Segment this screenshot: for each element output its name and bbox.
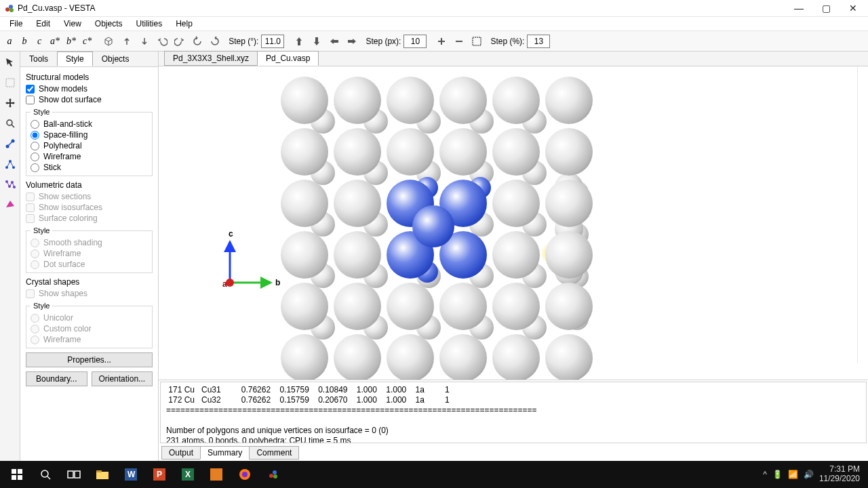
- view-b-button[interactable]: b: [18, 34, 31, 49]
- vol-dot-surface: Dot surface: [31, 259, 148, 270]
- style-wireframe[interactable]: Wireframe: [31, 151, 148, 162]
- show-models-checkbox[interactable]: Show models: [26, 83, 153, 94]
- translate-right-icon[interactable]: [344, 33, 360, 49]
- vesta-taskbar-icon[interactable]: [259, 461, 288, 488]
- bond-tool-icon[interactable]: [2, 136, 18, 152]
- menu-objects[interactable]: Objects: [88, 18, 130, 30]
- output-tab-summary[interactable]: Summary: [200, 446, 250, 460]
- firefox-taskbar-icon[interactable]: [231, 461, 259, 488]
- maximize-button[interactable]: ▢: [812, 0, 840, 16]
- menu-help[interactable]: Help: [169, 18, 199, 30]
- app-icon: [4, 3, 15, 14]
- menu-utilities[interactable]: Utilities: [130, 18, 170, 30]
- translate-up-icon[interactable]: [291, 33, 307, 49]
- sidebar-tab-tools[interactable]: Tools: [20, 52, 57, 66]
- orientation-button[interactable]: Orientation...: [92, 371, 153, 386]
- boundary-button[interactable]: Boundary...: [26, 371, 87, 386]
- undo-icon[interactable]: [154, 33, 170, 49]
- svg-point-37: [269, 474, 273, 478]
- rotate-cw-icon[interactable]: [207, 33, 223, 49]
- pointer-icon[interactable]: [2, 54, 18, 70]
- svg-point-39: [273, 474, 277, 479]
- app-taskbar-icon-1[interactable]: [202, 461, 231, 488]
- atom-sphere: [439, 334, 487, 380]
- explorer-taskbar-icon[interactable]: [88, 461, 117, 488]
- crystal-style-legend: Style: [31, 302, 52, 310]
- tray-battery-icon[interactable]: 🔋: [772, 470, 783, 479]
- plane-tool-icon[interactable]: [2, 197, 18, 213]
- fit-icon[interactable]: [469, 33, 485, 49]
- rotate-up-icon[interactable]: [119, 33, 135, 49]
- close-button[interactable]: ✕: [840, 0, 867, 16]
- wireframe-cube-icon[interactable]: [101, 33, 117, 49]
- view-bstar-button[interactable]: b*: [64, 34, 79, 49]
- style-ball-and-stick[interactable]: Ball-and-stick: [31, 119, 148, 129]
- output-text[interactable]: 171 Cu Cu31 0.76262 0.15759 0.10849 1.00…: [160, 382, 867, 443]
- style-stick[interactable]: Stick: [31, 162, 148, 173]
- show-dot-surface-checkbox[interactable]: Show dot surface: [26, 94, 153, 105]
- view-astar-button[interactable]: a*: [47, 34, 62, 49]
- step-pct-input[interactable]: [527, 35, 550, 48]
- dihedral-tool-icon[interactable]: [2, 176, 18, 192]
- axis-a-label: a: [222, 279, 227, 289]
- viewport-scrollbar[interactable]: [857, 66, 868, 363]
- output-tab-output[interactable]: Output: [161, 446, 201, 460]
- atom-sphere: [492, 180, 540, 227]
- surface-coloring-checkbox: Surface coloring: [26, 213, 153, 224]
- tray-wifi-icon[interactable]: 📶: [788, 470, 798, 479]
- minimize-button[interactable]: —: [785, 0, 812, 16]
- step-px-input[interactable]: [403, 35, 427, 48]
- style-space-filling[interactable]: Space-filling: [31, 129, 148, 140]
- tab-pd-cu[interactable]: Pd_Cu.vasp: [257, 51, 319, 66]
- view-c-button[interactable]: c: [33, 34, 46, 49]
- svg-rect-22: [18, 475, 22, 480]
- powerpoint-taskbar-icon[interactable]: P: [145, 461, 174, 488]
- show-shapes-checkbox: Show shapes: [26, 288, 153, 299]
- search-button[interactable]: [31, 461, 60, 488]
- task-view-button[interactable]: [60, 461, 88, 488]
- svg-text:P: P: [157, 470, 162, 479]
- angle-tool-icon[interactable]: [2, 156, 18, 172]
- atom-sphere: [492, 128, 540, 176]
- translate-left-icon[interactable]: [326, 33, 342, 49]
- sidebar-tab-style[interactable]: Style: [57, 52, 93, 66]
- atom-sphere: [412, 205, 454, 247]
- output-tab-comment[interactable]: Comment: [249, 446, 299, 460]
- svg-line-8: [8, 142, 12, 146]
- excel-taskbar-icon[interactable]: X: [174, 461, 202, 488]
- atom-sphere: [334, 180, 381, 227]
- zoom-out-icon[interactable]: [451, 33, 467, 49]
- svg-rect-26: [96, 472, 108, 479]
- view-cstar-button[interactable]: c*: [80, 34, 94, 49]
- menu-file[interactable]: File: [3, 18, 29, 30]
- tray-volume-icon[interactable]: 🔊: [804, 470, 814, 479]
- 3d-viewport[interactable]: c b a ↖: [159, 66, 868, 380]
- move-icon[interactable]: [2, 95, 18, 111]
- translate-down-icon[interactable]: [309, 33, 325, 49]
- sidebar-tab-objects[interactable]: Objects: [93, 52, 138, 66]
- rotate-ccw-icon[interactable]: [189, 33, 205, 49]
- tray-clock[interactable]: 7:31 PM 11/29/2020: [819, 465, 860, 484]
- view-a-button[interactable]: a: [3, 34, 16, 49]
- zoom-in-icon[interactable]: [433, 33, 450, 49]
- style-polyhedral[interactable]: Polyhedral: [31, 140, 148, 151]
- properties-button[interactable]: Properties...: [26, 352, 153, 367]
- word-taskbar-icon[interactable]: W: [117, 461, 145, 488]
- vol-wireframe: Wireframe: [31, 248, 148, 259]
- step-deg-input[interactable]: [261, 35, 284, 48]
- start-button[interactable]: [3, 461, 31, 488]
- tab-pd-shell[interactable]: Pd_3X3X3_Shell.xyz: [164, 51, 258, 66]
- tray-chevron-icon[interactable]: ^: [763, 470, 767, 479]
- menu-view[interactable]: View: [57, 18, 88, 30]
- svg-rect-4: [6, 79, 14, 87]
- svg-point-23: [41, 470, 48, 477]
- magnify-icon[interactable]: [2, 115, 18, 131]
- svg-rect-19: [12, 469, 16, 474]
- select-rect-icon[interactable]: [2, 75, 18, 91]
- menu-edit[interactable]: Edit: [29, 18, 57, 30]
- svg-rect-27: [96, 470, 102, 472]
- redo-icon[interactable]: [172, 33, 188, 49]
- rotate-down-icon[interactable]: [136, 33, 153, 49]
- menubar: File Edit View Objects Utilities Help: [0, 16, 868, 31]
- system-tray[interactable]: ^ 🔋 📶 🔊 7:31 PM 11/29/2020: [763, 465, 865, 484]
